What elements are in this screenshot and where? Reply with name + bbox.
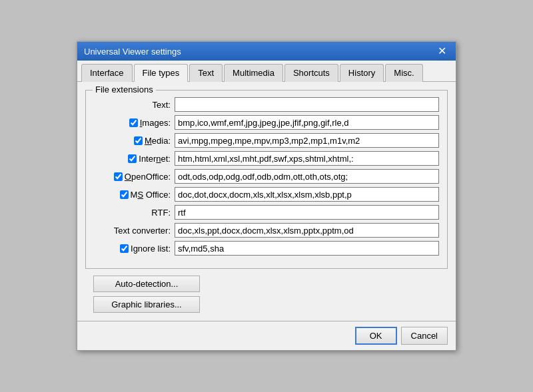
text-input[interactable] [175,97,439,112]
images-label: Images: [140,118,171,128]
ignore-list-input[interactable] [175,241,439,256]
text-converter-input[interactable] [175,223,439,238]
cancel-button[interactable]: Cancel [401,327,448,345]
msoffice-label: MS Office: [131,190,171,200]
text-converter-row: Text converter: [94,223,439,238]
media-checkbox-label: Media: [94,136,171,146]
text-label: Text: [94,100,171,110]
images-input[interactable] [175,115,439,130]
ignore-list-label: Ignore list: [131,244,171,254]
tab-misc[interactable]: Misc. [385,64,422,82]
msoffice-input[interactable] [175,187,439,202]
internet-checkbox[interactable] [128,154,137,163]
ok-button[interactable]: OK [355,327,397,345]
internet-row: Internet: [94,151,439,166]
group-title: File extensions [93,85,156,95]
settings-window: Universal Viewer settings ✕ Interface Fi… [77,41,456,351]
ignore-list-checkbox[interactable] [120,244,129,253]
openoffice-checkbox-label: OpenOffice: [94,172,171,182]
file-extensions-group: File extensions Text: Images: Media: [85,90,448,269]
auto-detection-button[interactable]: Auto-detection... [93,276,200,292]
media-row: Media: [94,133,439,148]
tab-history[interactable]: History [340,64,384,82]
openoffice-input[interactable] [175,169,439,184]
openoffice-row: OpenOffice: [94,169,439,184]
msoffice-checkbox[interactable] [120,190,129,199]
internet-label: Internet: [139,154,171,164]
rtf-row: RTF: [94,205,439,220]
action-buttons: Auto-detection... Graphic libraries... [85,276,448,313]
msoffice-row: MS Office: [94,187,439,202]
graphic-libraries-button[interactable]: Graphic libraries... [93,296,200,313]
tab-interface[interactable]: Interface [81,64,133,82]
openoffice-label: OpenOffice: [125,172,171,182]
images-row: Images: [94,115,439,130]
content-area: File extensions Text: Images: Media: [77,82,456,321]
rtf-input[interactable] [175,205,439,220]
internet-input[interactable] [175,151,439,166]
images-checkbox[interactable] [129,118,138,127]
media-label: Media: [145,136,171,146]
msoffice-checkbox-label: MS Office: [94,190,171,200]
window-title: Universal Viewer settings [84,47,181,57]
rtf-label: RTF: [94,208,171,218]
ignore-list-checkbox-label: Ignore list: [94,244,171,254]
tab-multimedia[interactable]: Multimedia [224,64,283,82]
tab-file-types[interactable]: File types [134,64,189,82]
media-input[interactable] [175,133,439,148]
close-button[interactable]: ✕ [435,46,449,57]
bottom-bar: OK Cancel [77,321,456,350]
internet-checkbox-label: Internet: [94,154,171,164]
tab-shortcuts[interactable]: Shortcuts [284,64,338,82]
title-bar: Universal Viewer settings ✕ [77,42,456,61]
images-checkbox-label: Images: [94,118,171,128]
tab-text[interactable]: Text [189,64,223,82]
media-checkbox[interactable] [134,136,143,145]
openoffice-checkbox[interactable] [114,172,123,181]
text-row: Text: [94,97,439,112]
text-converter-label: Text converter: [94,226,171,236]
ignore-list-row: Ignore list: [94,241,439,256]
tab-bar: Interface File types Text Multimedia Sho… [77,61,456,82]
